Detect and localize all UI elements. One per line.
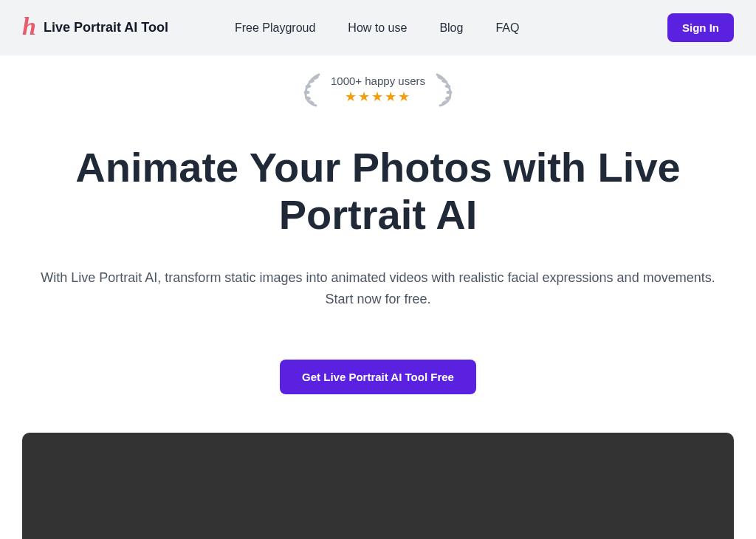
laurel-right-icon xyxy=(433,72,458,107)
cta-button[interactable]: Get Live Portrait AI Tool Free xyxy=(280,360,476,394)
svg-point-9 xyxy=(447,91,453,94)
video-placeholder[interactable] xyxy=(22,433,734,539)
nav-how-to-use[interactable]: How to use xyxy=(348,21,407,35)
nav-free-playground[interactable]: Free Playgroud xyxy=(235,21,315,35)
stars-icon: ★★★★★ xyxy=(331,89,425,105)
header: h Live Portrait AI Tool Free Playgroud H… xyxy=(0,0,756,55)
laurel-left-icon xyxy=(298,72,323,107)
nav-faq[interactable]: FAQ xyxy=(495,21,519,35)
svg-point-3 xyxy=(303,91,309,94)
hero-subtitle: With Live Portrait AI, transform static … xyxy=(30,267,726,310)
hero-title: Animate Your Photos with Live Portrait A… xyxy=(59,144,697,239)
nav-blog[interactable]: Blog xyxy=(439,21,463,35)
social-proof-badge: 1000+ happy users ★★★★★ xyxy=(0,72,756,107)
main-nav: Free Playgroud How to use Blog FAQ xyxy=(235,21,519,35)
badge-text: 1000+ happy users xyxy=(331,75,425,87)
logo-icon: h xyxy=(22,14,36,39)
brand-text: Live Portrait AI Tool xyxy=(44,20,168,35)
signin-button[interactable]: Sign In xyxy=(667,13,734,42)
brand[interactable]: h Live Portrait AI Tool xyxy=(22,16,168,41)
